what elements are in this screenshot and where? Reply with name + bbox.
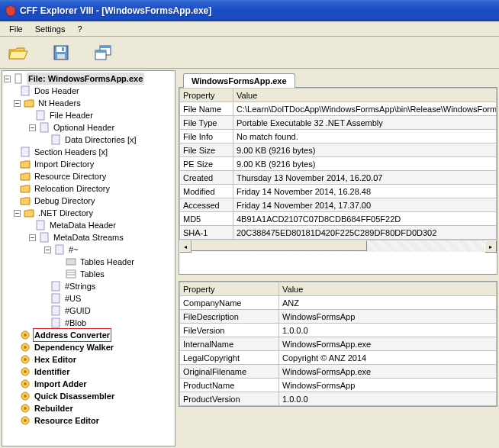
table-row[interactable]: ProductNameWindowsFormsApp	[180, 379, 497, 392]
table-row[interactable]: ModifiedFriday 14 November 2014, 16.28.4…	[180, 185, 497, 198]
tree-item[interactable]: Import Adder	[33, 378, 89, 390]
table-row[interactable]: MD54B91A1ACD2107C07D8CDB684FF05F22D	[180, 212, 497, 226]
scroll-left-button[interactable]: ◂	[179, 240, 192, 253]
col-value[interactable]: Value	[279, 282, 497, 296]
save-button[interactable]	[49, 40, 73, 65]
table-row[interactable]: AccessedFriday 14 November 2014, 17.37.0…	[180, 198, 497, 212]
property-cell[interactable]: SHA-1	[180, 226, 233, 240]
cascade-button[interactable]	[92, 40, 116, 65]
tree-item[interactable]: MetaData Header	[48, 219, 118, 231]
tree-item[interactable]: MetaData Streams	[52, 231, 125, 243]
open-button[interactable]	[6, 40, 31, 65]
tree-toggle[interactable]: −	[14, 100, 21, 107]
table-row[interactable]: File TypePortable Executable 32 .NET Ass…	[180, 116, 497, 130]
table-row[interactable]: InternalNameWindowsFormsApp.exe	[180, 337, 497, 351]
col-value[interactable]: Value	[233, 89, 497, 102]
tree-item[interactable]: Debug Directory	[33, 195, 96, 207]
property-cell[interactable]: MD5	[180, 212, 233, 226]
tree-panel[interactable]: − File: WindowsFormsApp.exe Dos Header −…	[2, 70, 175, 446]
tree-item[interactable]: Dependency Walker	[33, 341, 115, 353]
property-cell[interactable]: Modified	[180, 185, 233, 198]
scroll-right-button[interactable]: ▸	[485, 240, 497, 253]
value-cell[interactable]: WindowsFormsApp	[279, 310, 497, 324]
col-property[interactable]: Property	[180, 89, 233, 102]
col-property[interactable]: Property	[180, 282, 279, 296]
tree-item[interactable]: Resource Editor	[33, 414, 101, 427]
value-cell[interactable]: Friday 14 November 2014, 17.37.00	[233, 198, 497, 212]
table-row[interactable]: ProductVersion1.0.0.0	[180, 392, 497, 406]
value-cell[interactable]: Friday 14 November 2014, 16.28.48	[233, 185, 497, 198]
horizontal-scrollbar[interactable]: ◂ ▸	[179, 240, 497, 252]
tree-toggle[interactable]: −	[29, 124, 36, 131]
tree-item[interactable]: #US	[63, 292, 82, 305]
tree-toggle[interactable]: −	[44, 247, 51, 253]
table-row[interactable]: PE Size9.00 KB (9216 bytes)	[180, 157, 497, 171]
value-cell[interactable]: No match found.	[233, 130, 497, 143]
value-cell[interactable]: WindowsFormsApp	[279, 379, 497, 392]
value-cell[interactable]: C:\Learn\DoITDocApp\WindowsFormsApp\bin\…	[233, 102, 497, 116]
table-row[interactable]: File NameC:\Learn\DoITDocApp\WindowsForm…	[180, 102, 497, 116]
tree-item[interactable]: File Header	[48, 109, 95, 121]
tree-item[interactable]: Resource Directory	[33, 170, 108, 182]
property-cell[interactable]: Created	[180, 171, 233, 185]
menu-settings[interactable]: Settings	[29, 23, 72, 35]
tree-item[interactable]: Identifier	[33, 366, 71, 378]
property-cell[interactable]: ProductName	[180, 379, 279, 392]
tree-toggle[interactable]: −	[14, 210, 21, 217]
tree-item[interactable]: Import Directory	[33, 158, 95, 170]
table-row[interactable]: File InfoNo match found.	[180, 130, 497, 143]
property-cell[interactable]: LegalCopyright	[180, 351, 279, 365]
value-cell[interactable]: Portable Executable 32 .NET Assembly	[233, 116, 497, 130]
value-cell[interactable]: 9.00 KB (9216 bytes)	[233, 157, 497, 171]
value-cell[interactable]: Thursday 13 November 2014, 16.20.07	[233, 171, 497, 185]
tree-item[interactable]: Dos Header	[33, 85, 81, 97]
tree-item[interactable]: Quick Disassembler	[33, 390, 116, 402]
tree-item[interactable]: #Blob	[63, 317, 88, 329]
menu-help[interactable]: ?	[71, 23, 88, 35]
value-cell[interactable]: 1.0.0.0	[279, 324, 497, 337]
property-cell[interactable]: File Info	[180, 130, 233, 143]
table-row[interactable]: FileVersion1.0.0.0	[180, 324, 497, 337]
property-cell[interactable]: CompanyName	[180, 296, 279, 310]
table-row[interactable]: FileDescriptionWindowsFormsApp	[180, 310, 497, 324]
tree-item[interactable]: Nt Headers	[37, 97, 82, 109]
tree-item[interactable]: Hex Editor	[33, 353, 78, 366]
menu-file[interactable]: File	[3, 23, 29, 35]
tree-toggle[interactable]: −	[29, 234, 36, 241]
scroll-track[interactable]	[192, 240, 485, 252]
value-cell[interactable]: 20C388475ED80181D420F225C289DF80DFD0D302	[233, 226, 497, 240]
property-cell[interactable]: File Type	[180, 116, 233, 130]
value-cell[interactable]: Copyright © ANZ 2014	[279, 351, 497, 365]
tree-item[interactable]: Tables	[79, 268, 106, 280]
property-cell[interactable]: Accessed	[180, 198, 233, 212]
tree-item[interactable]: .NET Directory	[37, 207, 95, 219]
tree-toggle[interactable]: −	[4, 76, 11, 82]
tree-item[interactable]: Optional Header	[52, 121, 116, 134]
tree-item[interactable]: Tables Header	[79, 256, 136, 268]
property-cell[interactable]: OriginalFilename	[180, 365, 279, 379]
property-cell[interactable]: File Size	[180, 143, 233, 157]
property-cell[interactable]: FileDescription	[180, 310, 279, 324]
tree-item[interactable]: Rebuilder	[33, 402, 75, 414]
tree-item[interactable]: #~	[67, 243, 80, 256]
value-cell[interactable]: WindowsFormsApp.exe	[279, 365, 497, 379]
property-cell[interactable]: FileVersion	[180, 324, 279, 337]
tree-item-address-converter[interactable]: Address Converter	[33, 328, 111, 342]
scroll-thumb[interactable]	[192, 240, 367, 251]
value-cell[interactable]: 9.00 KB (9216 bytes)	[233, 143, 497, 157]
value-cell[interactable]: ANZ	[279, 296, 497, 310]
tree-item[interactable]: Section Headers [x]	[33, 146, 109, 158]
value-cell[interactable]: WindowsFormsApp.exe	[279, 337, 497, 351]
value-cell[interactable]: 1.0.0.0	[279, 392, 497, 406]
property-cell[interactable]: InternalName	[180, 337, 279, 351]
table-row[interactable]: OriginalFilenameWindowsFormsApp.exe	[180, 365, 497, 379]
property-cell[interactable]: ProductVersion	[180, 392, 279, 406]
table-row[interactable]: LegalCopyrightCopyright © ANZ 2014	[180, 351, 497, 365]
tree-item[interactable]: #Strings	[63, 280, 97, 292]
tree-item[interactable]: #GUID	[63, 305, 92, 317]
table-row[interactable]: CompanyNameANZ	[180, 296, 497, 310]
tab-file[interactable]: WindowsFormsApp.exe	[183, 73, 295, 88]
table-row[interactable]: File Size9.00 KB (9216 bytes)	[180, 143, 497, 157]
property-cell[interactable]: PE Size	[180, 157, 233, 171]
tree-item[interactable]: Relocation Directory	[33, 182, 111, 195]
